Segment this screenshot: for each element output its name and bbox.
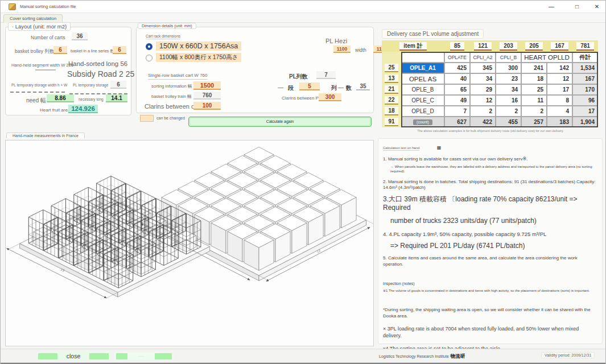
- header-value-chip[interactable]: 121: [474, 42, 492, 51]
- column-header-heart[interactable]: HEART OPLLD: [521, 52, 572, 63]
- header-value-chip[interactable]: 203: [500, 42, 517, 51]
- value-cell[interactable]: 29: [470, 84, 496, 95]
- radio-cart-size-2[interactable]: [146, 55, 152, 61]
- note-line: ※1 The volume of goods is concentrated i…: [383, 289, 597, 293]
- value-cell[interactable]: 425: [444, 63, 470, 73]
- dan-field[interactable]: 5: [299, 82, 320, 90]
- value-cell[interactable]: 170: [572, 84, 598, 95]
- rail-count-cell: 13: [382, 73, 401, 84]
- value-cell[interactable]: 1,904: [572, 117, 598, 127]
- value-cell[interactable]: 18: [521, 73, 547, 84]
- maximize-button[interactable]: □: [570, 2, 584, 11]
- minimize-button[interactable]: —: [544, 2, 559, 11]
- clarins-carts-field[interactable]: 100: [193, 102, 221, 110]
- note-line: → When parcels leave the warehouse, they…: [383, 165, 597, 174]
- row-label[interactable]: OPEL AS: [401, 73, 444, 84]
- value-cell[interactable]: 241: [521, 63, 547, 73]
- close-button[interactable]: close: [36, 351, 111, 361]
- count-chip[interactable]: 13: [385, 75, 398, 83]
- note-line: 3.大口 39m 積載容積 〔loading rate 70% capacity…: [383, 195, 597, 213]
- count-chip[interactable]: 21: [385, 85, 398, 94]
- value-cell[interactable]: 17: [572, 106, 598, 117]
- value-cell[interactable]: 49: [444, 95, 470, 106]
- column-header[interactable]: CPLI_B: [496, 52, 521, 63]
- necessary-long-field[interactable]: 14.1: [106, 94, 127, 102]
- count-chip[interactable]: 22: [385, 96, 398, 105]
- heart-fruit-area-field[interactable]: 124.926: [68, 105, 98, 113]
- value-cell[interactable]: 12: [547, 73, 572, 84]
- value-cell[interactable]: 65: [444, 84, 470, 95]
- column-header-total[interactable]: 件計: [572, 52, 598, 63]
- footer-secondary-control[interactable]: ········: [114, 353, 174, 360]
- retsu-field[interactable]: 35: [356, 82, 370, 90]
- value-cell[interactable]: 422: [470, 117, 496, 127]
- column-header[interactable]: OPLATE: [444, 52, 470, 63]
- value-cell[interactable]: 12: [470, 95, 496, 106]
- tab-cover-sorting-calculation[interactable]: Cover sorting calculation: [3, 14, 63, 23]
- notes-tab[interactable]: Calculation text on hand: [383, 146, 419, 151]
- radio-cart-size-1[interactable]: [146, 43, 152, 50]
- number-of-carts-field[interactable]: 36: [72, 32, 88, 40]
- row-label[interactable]: (count): [401, 117, 444, 127]
- value-cell[interactable]: 25: [521, 84, 547, 95]
- value-cell[interactable]: 23: [496, 73, 521, 84]
- value-cell[interactable]: 300: [496, 63, 521, 73]
- basket-series-field[interactable]: 6: [113, 46, 126, 54]
- pl-rows-field[interactable]: 7: [316, 71, 336, 79]
- value-cell[interactable]: 455: [496, 117, 521, 127]
- value-cell[interactable]: 8: [547, 95, 572, 106]
- value-cell[interactable]: 627: [444, 117, 470, 127]
- value-cell[interactable]: 17: [547, 84, 572, 95]
- column-header[interactable]: CPLI_A2: [470, 52, 496, 63]
- radio-cart-size-1-label[interactable]: 150W x 660D x 1756Asa: [156, 42, 241, 51]
- pl-width-value[interactable]: 1100: [333, 46, 351, 53]
- row-label[interactable]: OPLE_D: [401, 106, 444, 117]
- warehouse-drawing: 1213: [5, 140, 374, 346]
- value-cell[interactable]: 183: [547, 117, 572, 127]
- row-label[interactable]: OPLE_C: [401, 95, 444, 106]
- value-cell[interactable]: 142: [547, 63, 572, 73]
- value-cell[interactable]: 40: [444, 73, 470, 84]
- value-cell[interactable]: 2: [521, 106, 547, 117]
- radio-cart-size-2-label[interactable]: 1100幅 x 800奥行 x 1750高さ: [156, 53, 241, 62]
- basket-train-field[interactable]: 760: [193, 92, 221, 100]
- row-label[interactable]: OPLE_A1: [401, 63, 444, 73]
- pl-rows-label: PL列数: [289, 73, 308, 81]
- value-cell[interactable]: 345: [470, 63, 496, 73]
- value-cell[interactable]: 2: [496, 106, 521, 117]
- item-header-chip[interactable]: item 計: [399, 42, 426, 51]
- value-cell[interactable]: 257: [521, 117, 547, 127]
- value-cell[interactable]: 7: [444, 106, 470, 117]
- value-cell[interactable]: 4: [547, 106, 572, 117]
- value-cell[interactable]: 167: [572, 73, 598, 84]
- header-value-chip[interactable]: 781: [576, 42, 594, 51]
- count-chip[interactable]: 91: [385, 118, 398, 126]
- hand-held-width-field[interactable]: [35, 67, 56, 71]
- header-value-chip[interactable]: 205: [525, 42, 543, 51]
- su-label: 数: [346, 84, 352, 92]
- grid-icon: ▦: [437, 145, 442, 150]
- value-cell[interactable]: 34: [470, 73, 496, 84]
- count-chip[interactable]: 18: [385, 107, 398, 115]
- close-window-button[interactable]: ✕: [589, 2, 604, 11]
- need-field[interactable]: 8.86: [47, 94, 74, 102]
- value-cell[interactable]: 11: [521, 95, 547, 106]
- clarins-pl-field[interactable]: 300: [319, 93, 341, 101]
- value-cell[interactable]: 2: [470, 106, 496, 117]
- value-cell[interactable]: 1,534: [572, 63, 598, 73]
- row-label[interactable]: OPLE_B: [401, 84, 444, 95]
- pl-temp-field[interactable]: 6: [110, 81, 126, 89]
- sorting-info-field[interactable]: 1500: [193, 81, 221, 90]
- count-chip[interactable]: 25: [385, 64, 398, 72]
- value-cell[interactable]: 34: [496, 84, 521, 95]
- basket-trolley-field[interactable]: 6: [53, 46, 67, 54]
- header-value-chip[interactable]: 167: [551, 42, 568, 51]
- rail-blank: [382, 52, 401, 63]
- sorting-info-label: sorting information 幅: [151, 84, 192, 89]
- header-value-chip[interactable]: 85: [450, 42, 464, 51]
- calculate-again-button[interactable]: Calculate again: [188, 117, 372, 127]
- value-cell[interactable]: 16: [496, 95, 521, 106]
- validity-label: Validity period: 2009/12/31: [541, 352, 595, 358]
- value-cell[interactable]: 96: [572, 95, 598, 106]
- tab-hand-made-measurements[interactable]: Hand-made measurements in France: [6, 133, 85, 138]
